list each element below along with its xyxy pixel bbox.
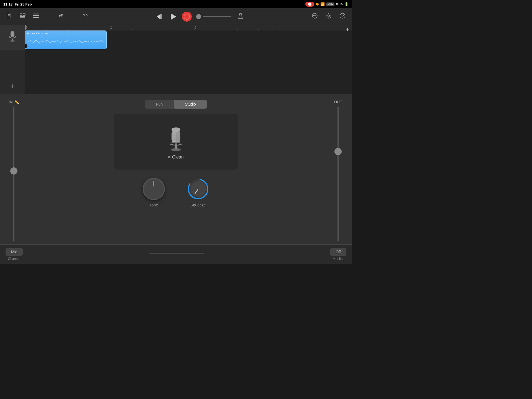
undo-button[interactable] (81, 12, 91, 22)
battery-percent: 81% (336, 2, 343, 6)
clip-waveform (25, 36, 106, 47)
mic-dot (168, 156, 170, 158)
chat-button[interactable] (310, 12, 320, 22)
tone-label: Tone (150, 203, 158, 207)
status-time: 11:18 (3, 2, 12, 6)
svg-rect-2 (8, 16, 10, 16)
add-track-button[interactable]: + (0, 80, 25, 94)
volume-control (196, 14, 231, 19)
tone-knob-container: Tone (143, 178, 165, 207)
svg-point-15 (61, 14, 63, 16)
add-icon: + (10, 82, 14, 90)
clip-title: Audio Recorder (25, 31, 106, 36)
monitor-button[interactable]: Off (330, 248, 346, 256)
in-slider[interactable] (13, 106, 14, 242)
vpn-badge: VPN (326, 2, 334, 6)
mic-channel-button[interactable]: Mic (6, 248, 23, 256)
svg-rect-4 (20, 13, 22, 16)
track-sidebar: + (0, 25, 25, 94)
svg-rect-29 (11, 32, 14, 37)
svg-rect-1 (8, 14, 10, 15)
status-date: Fri 25 Feb (15, 2, 32, 6)
horizontal-scrollbar[interactable] (149, 253, 204, 254)
svg-point-22 (313, 16, 314, 16)
monitor-control: Off Monitor (330, 248, 346, 261)
svg-point-23 (314, 16, 315, 16)
metronome-button[interactable] (236, 12, 245, 22)
out-slider[interactable] (337, 106, 339, 242)
svg-marker-16 (157, 14, 160, 19)
mixer-icon (58, 13, 64, 20)
in-label: IN ✏️ (9, 100, 19, 104)
tracks-icon (20, 13, 26, 20)
metronome-icon (237, 12, 244, 21)
mic-display[interactable]: Clean (114, 114, 238, 170)
knobs-area: Tone Squeeze (143, 178, 209, 207)
toolbar-center (91, 11, 310, 22)
ruler-ticks-svg (25, 25, 352, 30)
bottom-bar: Mic Channel Off Monitor (0, 244, 352, 264)
gear-icon (326, 13, 332, 20)
play-button[interactable] (168, 11, 179, 22)
add-icon: + (346, 26, 349, 32)
microphone-svg (165, 124, 187, 152)
timeline-ruler: 1 2 3 4 (25, 25, 352, 30)
svg-point-13 (59, 15, 61, 17)
svg-point-24 (316, 16, 316, 16)
squeeze-knob-svg[interactable] (187, 178, 209, 200)
in-slider-thumb[interactable] (10, 167, 17, 175)
monitor-label: Monitor (333, 257, 344, 261)
svg-text:?: ? (342, 14, 344, 18)
svg-rect-8 (33, 14, 39, 14)
audio-clip[interactable]: Audio Recorder (25, 30, 107, 49)
instrument-panel: IN ✏️ Fun Studio (0, 94, 352, 264)
out-slider-thumb[interactable] (334, 148, 342, 155)
mixer-button[interactable] (56, 12, 66, 22)
svg-point-25 (328, 15, 330, 17)
battery-icon: 🔋 (344, 2, 349, 6)
fun-tab[interactable]: Fun (145, 100, 174, 109)
edit-icon: ✏️ (14, 100, 19, 104)
volume-icon (196, 14, 201, 19)
channel-control: Mic Channel (6, 248, 23, 261)
svg-rect-9 (33, 15, 39, 16)
playhead-line (25, 25, 25, 30)
timeline-add-button[interactable]: + (346, 26, 349, 33)
svg-rect-17 (160, 14, 162, 19)
tracks-view-button[interactable] (18, 12, 28, 22)
record-dot (308, 2, 311, 6)
out-slider-area: OUT (324, 94, 352, 244)
status-bar: 11:18 Fri 25 Feb 📶 VPN 81% 🔋 (0, 0, 352, 8)
svg-point-49 (172, 127, 180, 132)
tone-knob[interactable] (143, 178, 165, 200)
toolbar: ? (0, 8, 352, 25)
track-instrument[interactable] (0, 25, 25, 50)
help-icon: ? (339, 13, 346, 20)
mode-tabs: Fun Studio (145, 100, 207, 109)
rewind-button[interactable] (155, 12, 165, 22)
out-label: OUT (334, 100, 342, 104)
track-timeline: 1 2 3 4 (25, 25, 352, 94)
channel-label: Channel (8, 257, 21, 261)
svg-marker-19 (239, 14, 242, 19)
track-area: + 1 2 3 4 (0, 25, 352, 94)
track-mic-icon (7, 30, 17, 44)
svg-rect-54 (172, 142, 180, 143)
toolbar-right: ? (310, 12, 347, 22)
help-button[interactable]: ? (337, 12, 347, 22)
clip-playhead (25, 44, 27, 48)
file-button[interactable] (4, 12, 14, 22)
file-icon (6, 12, 12, 21)
svg-rect-6 (20, 16, 25, 17)
list-view-button[interactable] (31, 12, 41, 22)
mic-active-dot (316, 3, 319, 6)
record-button[interactable] (182, 12, 192, 22)
studio-tab[interactable]: Studio (174, 100, 207, 109)
squeeze-label: Squeeze (190, 203, 206, 207)
tone-indicator (154, 181, 154, 186)
settings-button[interactable] (324, 12, 334, 22)
svg-rect-3 (8, 17, 9, 17)
svg-marker-18 (171, 13, 176, 20)
record-dot (184, 14, 190, 20)
scrollbar-area (149, 253, 204, 256)
